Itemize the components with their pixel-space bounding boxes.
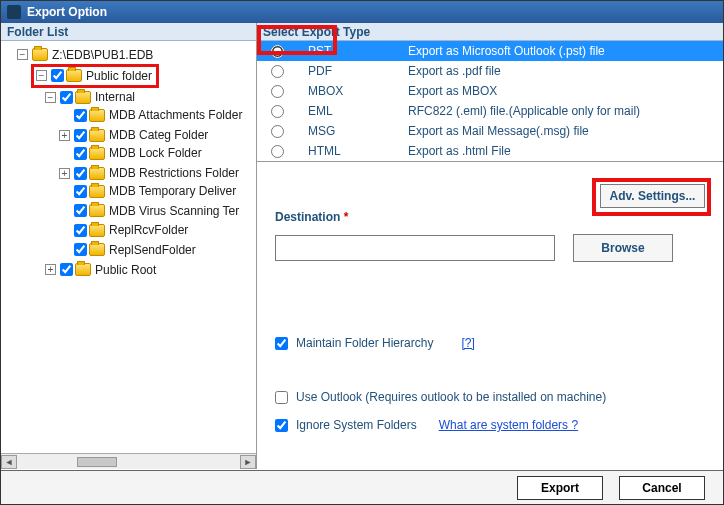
folder-icon bbox=[75, 263, 91, 276]
tree-item[interactable]: +MDB Categ Folder bbox=[59, 126, 210, 144]
tree-item[interactable]: MDB Attachments Folder bbox=[59, 106, 244, 124]
tree-label: Internal bbox=[93, 88, 137, 106]
folder-icon bbox=[75, 91, 91, 104]
folder-icon bbox=[89, 243, 105, 256]
horizontal-scrollbar[interactable]: ◄ ► bbox=[1, 453, 256, 469]
tree-label: ReplSendFolder bbox=[107, 241, 198, 259]
tree-label: MDB Virus Scanning Ter bbox=[107, 202, 241, 220]
export-type-row[interactable]: PSTExport as Microsoft Outlook (.pst) fi… bbox=[257, 41, 723, 61]
spacer bbox=[59, 244, 70, 255]
export-type-radio[interactable] bbox=[271, 85, 284, 98]
collapse-icon[interactable]: − bbox=[45, 92, 56, 103]
export-type-code: EML bbox=[308, 104, 408, 118]
export-type-radio[interactable] bbox=[271, 65, 284, 78]
folder-icon bbox=[89, 147, 105, 160]
tree-label: ReplRcvFolder bbox=[107, 221, 190, 239]
tree-label: MDB Categ Folder bbox=[107, 126, 210, 144]
export-type-panel: Select Export Type PSTExport as Microsof… bbox=[257, 23, 723, 469]
tree-checkbox[interactable] bbox=[74, 109, 87, 122]
export-type-radio[interactable] bbox=[271, 105, 284, 118]
tree-item[interactable]: MDB Virus Scanning Ter bbox=[59, 202, 241, 220]
tree-checkbox[interactable] bbox=[74, 147, 87, 160]
tree-root[interactable]: − Z:\EDB\PUB1.EDB bbox=[17, 46, 155, 64]
tree-checkbox[interactable] bbox=[74, 129, 87, 142]
destination-input[interactable] bbox=[275, 235, 555, 261]
folder-icon bbox=[89, 109, 105, 122]
dialog-title: Export Option bbox=[27, 5, 107, 19]
tree-internal[interactable]: − Internal bbox=[45, 88, 137, 106]
folder-icon bbox=[32, 48, 48, 61]
use-outlook-checkbox[interactable] bbox=[275, 391, 288, 404]
export-type-row[interactable]: MSGExport as Mail Message(.msg) file bbox=[257, 121, 723, 141]
cancel-button[interactable]: Cancel bbox=[619, 476, 705, 500]
ignore-system-label: Ignore System Folders bbox=[296, 418, 417, 432]
tree-checkbox[interactable] bbox=[74, 204, 87, 217]
ignore-system-row: Ignore System Folders What are system fo… bbox=[275, 418, 705, 432]
ignore-system-checkbox[interactable] bbox=[275, 419, 288, 432]
export-type-row[interactable]: PDFExport as .pdf file bbox=[257, 61, 723, 81]
export-option-dialog: Export Option Folder List − Z:\EDB\PUB1.… bbox=[0, 0, 724, 505]
adv-settings-button[interactable]: Adv. Settings... bbox=[600, 184, 705, 208]
folder-tree[interactable]: − Z:\EDB\PUB1.EDB − bbox=[1, 41, 256, 453]
destination-label-text: Destination bbox=[275, 210, 340, 224]
maintain-hierarchy-row: Maintain Folder Hierarchy [?] bbox=[275, 336, 705, 350]
folder-icon bbox=[89, 167, 105, 180]
scroll-thumb[interactable] bbox=[77, 457, 117, 467]
expand-icon[interactable]: + bbox=[59, 130, 70, 141]
export-type-radio[interactable] bbox=[271, 125, 284, 138]
tree-checkbox[interactable] bbox=[74, 167, 87, 180]
tree-checkbox[interactable] bbox=[74, 243, 87, 256]
export-type-code: MSG bbox=[308, 124, 408, 138]
export-type-radio[interactable] bbox=[271, 145, 284, 158]
export-type-radio[interactable] bbox=[271, 45, 284, 58]
options-area: Adv. Settings... Destination * Browse Ma… bbox=[257, 162, 723, 438]
export-type-row[interactable]: EMLRFC822 (.eml) file.(Applicable only f… bbox=[257, 101, 723, 121]
spacer bbox=[59, 205, 70, 216]
folder-icon bbox=[89, 185, 105, 198]
folder-icon bbox=[66, 69, 82, 82]
export-type-desc: Export as .html File bbox=[408, 144, 511, 158]
tree-public-root[interactable]: + Public Root bbox=[45, 261, 158, 279]
collapse-icon[interactable]: − bbox=[17, 49, 28, 60]
scroll-right-icon[interactable]: ► bbox=[240, 455, 256, 469]
export-type-row[interactable]: HTMLExport as .html File bbox=[257, 141, 723, 161]
tree-checkbox[interactable] bbox=[51, 69, 64, 82]
maintain-hierarchy-checkbox[interactable] bbox=[275, 337, 288, 350]
folder-list-panel: Folder List − Z:\EDB\PUB1.EDB bbox=[1, 23, 257, 469]
tree-label: Public folder bbox=[84, 67, 154, 85]
scroll-left-icon[interactable]: ◄ bbox=[1, 455, 17, 469]
export-type-row[interactable]: MBOXExport as MBOX bbox=[257, 81, 723, 101]
spacer bbox=[59, 225, 70, 236]
tree-label: MDB Attachments Folder bbox=[107, 106, 244, 124]
destination-label: Destination * bbox=[275, 210, 705, 224]
tree-item[interactable]: MDB Temporary Deliver bbox=[59, 182, 238, 200]
tree-checkbox[interactable] bbox=[74, 185, 87, 198]
use-outlook-label: Use Outlook (Requires outlook to be inst… bbox=[296, 390, 606, 404]
tree-item[interactable]: MDB Lock Folder bbox=[59, 144, 204, 162]
tree-item[interactable]: ReplRcvFolder bbox=[59, 221, 190, 239]
export-type-code: MBOX bbox=[308, 84, 408, 98]
folder-icon bbox=[89, 224, 105, 237]
folder-list-header: Folder List bbox=[1, 23, 256, 41]
what-are-system-folders-link[interactable]: What are system folders ? bbox=[439, 418, 578, 432]
tree-public-folder[interactable]: − Public folder bbox=[31, 64, 159, 88]
tree-checkbox[interactable] bbox=[60, 91, 73, 104]
titlebar: Export Option bbox=[1, 1, 723, 23]
folder-icon bbox=[89, 129, 105, 142]
scroll-track[interactable] bbox=[17, 457, 240, 467]
export-button[interactable]: Export bbox=[517, 476, 603, 500]
expand-icon[interactable]: + bbox=[59, 168, 70, 179]
expand-icon[interactable]: + bbox=[45, 264, 56, 275]
spacer bbox=[59, 110, 70, 121]
app-icon bbox=[7, 5, 21, 19]
tree-item[interactable]: +MDB Restrictions Folder bbox=[59, 164, 241, 182]
tree-item[interactable]: ReplSendFolder bbox=[59, 241, 198, 259]
tree-checkbox[interactable] bbox=[74, 224, 87, 237]
browse-button[interactable]: Browse bbox=[573, 234, 673, 262]
tree-checkbox[interactable] bbox=[60, 263, 73, 276]
help-link[interactable]: [?] bbox=[461, 336, 474, 350]
collapse-icon[interactable]: − bbox=[36, 70, 47, 81]
folder-icon bbox=[89, 204, 105, 217]
tree-label: Z:\EDB\PUB1.EDB bbox=[50, 46, 155, 64]
export-type-code: PST bbox=[308, 44, 408, 58]
